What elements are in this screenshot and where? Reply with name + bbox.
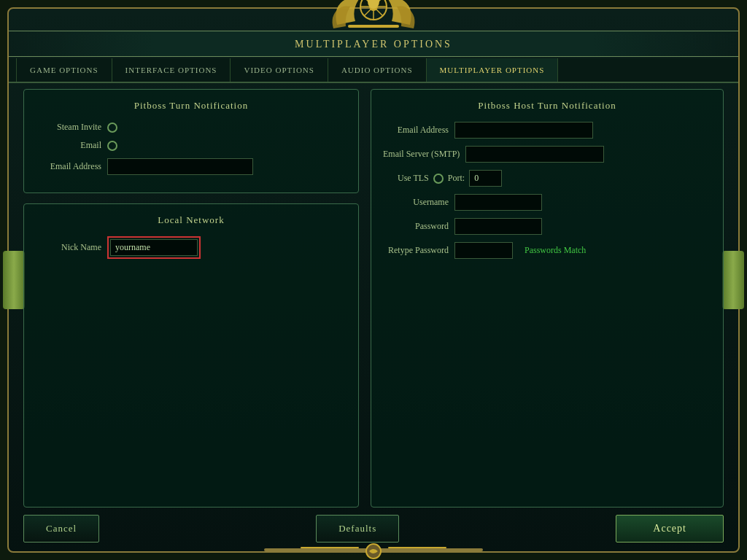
nick-name-label: Nick Name [36, 242, 101, 253]
email-address-label: Email Address [36, 161, 101, 172]
username-input[interactable] [454, 194, 542, 211]
steam-invite-row: Steam Invite [36, 122, 347, 133]
pitboss-turn-section: Pitboss Turn Notification Steam Invite E… [23, 89, 359, 193]
svg-rect-8 [348, 25, 399, 28]
pitboss-host-title: Pitboss Host Turn Notification [383, 100, 711, 112]
port-input[interactable] [469, 170, 502, 187]
bottom-ornament [264, 542, 483, 560]
use-tls-label: Use TLS [398, 173, 429, 184]
username-label: Username [383, 197, 449, 208]
accept-button[interactable]: Accept [616, 515, 724, 542]
bottom-bar: Cancel Defaults Accept [23, 515, 724, 542]
password-label: Password [383, 221, 449, 232]
nick-name-row: Nick Name [36, 236, 347, 259]
window-title: MULTIPLAYER OPTIONS [295, 39, 452, 50]
pitboss-turn-title: Pitboss Turn Notification [36, 100, 347, 112]
main-content: Pitboss Turn Notification Steam Invite E… [23, 89, 724, 508]
email-radio-row: Email [36, 140, 347, 151]
tab-game-options[interactable]: GAME OPTIONS [16, 58, 112, 82]
email-radio[interactable] [107, 141, 117, 151]
retype-password-label: Retype Password [383, 245, 449, 256]
passwords-match-text: Passwords Match [525, 245, 586, 256]
host-email-label: Email Address [383, 125, 449, 136]
emblem-icon [330, 0, 417, 39]
steam-invite-radio[interactable] [107, 122, 117, 133]
username-row: Username [383, 194, 711, 211]
emblem-area [330, 0, 417, 39]
email-radio-label: Email [36, 140, 101, 151]
smtp-row: Email Server (SMTP) [383, 146, 711, 163]
tls-row: Use TLS Port: [383, 170, 711, 187]
email-address-input[interactable] [107, 158, 253, 175]
password-input[interactable] [454, 218, 542, 235]
host-email-row: Email Address [383, 122, 711, 139]
smtp-input[interactable] [465, 146, 604, 163]
tab-video-options[interactable]: VIDEO OPTIONS [231, 58, 328, 82]
email-address-row: Email Address [36, 158, 347, 175]
password-row: Password [383, 218, 711, 235]
tab-interface-options[interactable]: INTERFACE OPTIONS [112, 58, 231, 82]
retype-password-row: Retype Password Passwords Match [383, 242, 711, 259]
tabs-bar: GAME OPTIONS INTERFACE OPTIONS VIDEO OPT… [9, 58, 738, 83]
use-tls-radio[interactable] [433, 174, 444, 184]
local-network-title: Local Network [36, 214, 347, 226]
tab-audio-options[interactable]: AUDIO OPTIONS [328, 58, 427, 82]
nick-name-input[interactable] [110, 239, 198, 256]
local-network-section: Local Network Nick Name [23, 203, 359, 508]
smtp-label: Email Server (SMTP) [383, 149, 460, 160]
right-ornament [722, 251, 744, 309]
right-panel: Pitboss Host Turn Notification Email Add… [371, 89, 724, 508]
pitboss-host-section: Pitboss Host Turn Notification Email Add… [371, 89, 724, 508]
defaults-button[interactable]: Defaults [316, 515, 399, 542]
svg-rect-12 [388, 547, 446, 548]
cancel-button[interactable]: Cancel [23, 515, 99, 542]
host-email-input[interactable] [454, 122, 593, 139]
left-ornament [3, 251, 25, 309]
tab-multiplayer-options[interactable]: MULTIPLAYER OPTIONS [427, 58, 559, 82]
nick-name-border [107, 236, 201, 259]
main-dialog: MULTIPLAYER OPTIONS GAME OPTIONS INTERFA… [7, 7, 740, 553]
steam-invite-label: Steam Invite [36, 122, 101, 133]
left-panel: Pitboss Turn Notification Steam Invite E… [23, 89, 359, 508]
port-label: Port: [448, 173, 465, 184]
retype-password-input[interactable] [454, 242, 513, 259]
svg-rect-11 [301, 547, 359, 548]
